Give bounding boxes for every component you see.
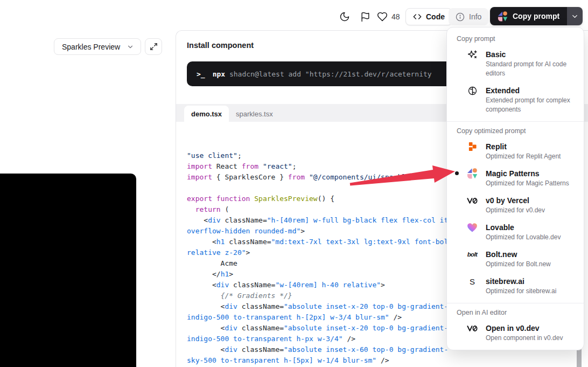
v0-logo (467, 195, 478, 206)
menu-item-basic[interactable]: BasicStandard prompt for AI code editors (447, 46, 584, 82)
menu-item-sitebrew-ai[interactable]: Ssitebrew.aiOptimized for sitebrew.ai (447, 273, 584, 300)
lovable-logo (467, 222, 478, 233)
menu-section-label: Copy optimized prompt (447, 126, 584, 138)
code-line: sky-500 to-transparent h-[5px] w-1/4 blu… (187, 355, 588, 366)
menu-item-magic-patterns[interactable]: Magic PatternsOptimized for Magic Patter… (447, 165, 584, 192)
component-preview-canvas (0, 174, 136, 367)
copy-prompt-menu: Copy promptBasicStandard prompt for AI c… (446, 27, 584, 350)
menu-section-copy-optimized-prompt: Copy optimized promptReplitOptimized for… (447, 121, 584, 303)
menu-item-title: Extended (486, 85, 575, 96)
menu-item-description: Standard prompt for AI code editors (486, 60, 575, 78)
menu-section-label: Open in AI editor (447, 308, 584, 320)
menu-item-title: Open in v0.dev (486, 323, 563, 334)
sparkles-icon (467, 49, 478, 60)
terminal-prompt-icon: >_ (197, 70, 205, 78)
bolt-logo: bolt (467, 249, 478, 260)
menu-item-replit[interactable]: ReplitOptimized for Replit Agent (447, 138, 584, 165)
brain-icon (467, 85, 478, 96)
menu-item-title: Basic (486, 49, 575, 60)
info-button[interactable]: Info (449, 8, 488, 25)
chevron-down-icon (571, 12, 579, 20)
menu-item-description: Optimized for Magic Patterns (486, 179, 569, 188)
like-button[interactable] (375, 9, 390, 24)
menu-item-description: Optimized for Bolt.new (486, 260, 551, 269)
tab-demo-tsx[interactable]: demo.tsx (184, 106, 229, 122)
menu-item-extended[interactable]: ExtendedExtended prompt for complex comp… (447, 82, 584, 118)
menu-item-title: Bolt.new (486, 249, 551, 260)
menu-item-open-in-v0-dev[interactable]: Open in v0.devOpen component in v0.dev (447, 320, 584, 347)
menu-item-title: sitebrew.ai (486, 276, 556, 287)
code-button-label: Code (426, 12, 445, 21)
replit-logo (467, 141, 478, 152)
menu-item-title: v0 by Vercel (486, 195, 545, 206)
selected-item-dot (455, 171, 459, 175)
menu-item-title: Lovable (486, 222, 561, 233)
menu-section-label: Copy prompt (447, 34, 584, 46)
menu-item-description: Optimized for v0.dev (486, 206, 545, 215)
install-heading: Install component (187, 41, 254, 50)
flag-icon (360, 12, 370, 22)
menu-item-v0-by-vercel[interactable]: v0 by VercelOptimized for v0.dev (447, 192, 584, 219)
preview-selector[interactable]: Sparkles Preview (54, 38, 141, 55)
menu-item-description: Optimized for sitebrew.ai (486, 287, 556, 296)
command-prefix: npx (213, 70, 225, 78)
menu-section-copy-prompt: Copy promptBasicStandard prompt for AI c… (447, 27, 584, 121)
v0-logo (467, 323, 478, 334)
code-icon (413, 12, 422, 21)
menu-item-title: Magic Patterns (486, 168, 569, 179)
menu-item-description: Optimized for Replit Agent (486, 152, 561, 161)
theme-toggle-button[interactable] (337, 9, 352, 24)
menu-item-description: Extended prompt for complex components (486, 96, 575, 114)
code-button[interactable]: Code (405, 8, 452, 25)
copy-prompt-main[interactable]: Copy prompt (490, 7, 567, 25)
menu-item-bolt-new[interactable]: boltBolt.newOptimized for Bolt.new (447, 246, 584, 273)
tab-sparkles-tsx[interactable]: sparkles.tsx (229, 106, 280, 122)
likes-count: 48 (391, 12, 400, 21)
flag-button[interactable] (358, 9, 373, 24)
menu-item-description: Optimized for Lovable.dev (486, 233, 561, 242)
magic-patterns-logo (467, 168, 478, 179)
info-icon (456, 12, 465, 22)
copy-prompt-dropdown-toggle[interactable] (567, 7, 583, 25)
magic-patterns-logo (498, 11, 508, 22)
command-text: shadcn@latest add "https://21st.dev/r/ac… (225, 70, 432, 78)
menu-item-title: Replit (486, 141, 561, 152)
moon-icon (339, 11, 350, 22)
chevron-down-icon (127, 43, 134, 51)
copy-prompt-label: Copy prompt (513, 12, 559, 20)
menu-section-open-in-ai-editor: Open in AI editorOpen in v0.devOpen comp… (447, 303, 584, 350)
sitebrew-logo: S (467, 276, 478, 287)
heart-icon (377, 11, 388, 22)
fullscreen-button[interactable] (145, 38, 162, 55)
menu-item-description: Open component in v0.dev (486, 334, 563, 343)
menu-item-lovable[interactable]: LovableOptimized for Lovable.dev (447, 219, 584, 246)
info-button-label: Info (469, 12, 481, 21)
expand-icon (150, 43, 158, 51)
copy-prompt-button[interactable]: Copy prompt (490, 7, 583, 25)
preview-selector-label: Sparkles Preview (62, 43, 120, 51)
